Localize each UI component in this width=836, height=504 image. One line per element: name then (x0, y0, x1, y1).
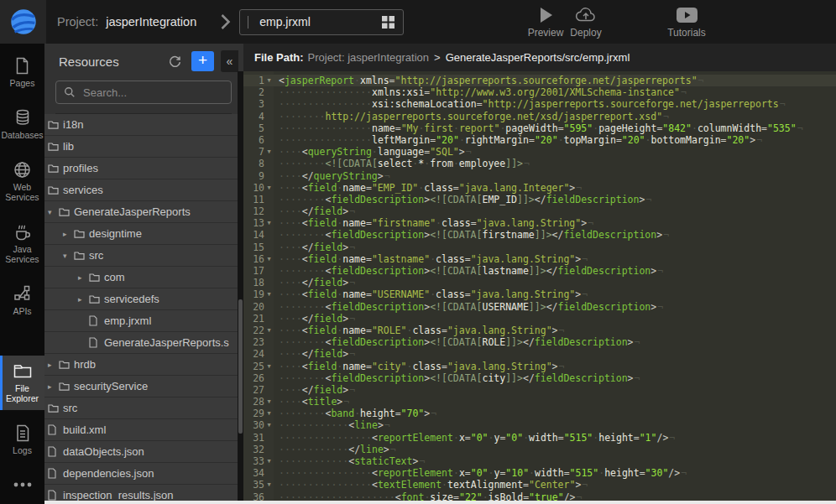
tree-item-build-xml[interactable]: build.xml (44, 419, 243, 441)
fold-caret-icon[interactable]: ▼ (264, 408, 274, 419)
tree-item-servicedefs[interactable]: ▸servicedefs (44, 288, 243, 310)
code-line[interactable]: 14········<fieldDescription><![CDATA[fir… (243, 229, 836, 241)
fold-caret-icon[interactable]: ▼ (264, 182, 274, 194)
tree-item-designtime[interactable]: ▸designtime (44, 223, 243, 245)
tree-item-services[interactable]: services (44, 179, 243, 201)
caret-down-icon[interactable]: ▾ (48, 208, 59, 216)
open-file-name: emp.jrxml (259, 15, 382, 29)
code-line[interactable]: 1▼<jasperReport·xmlns="http://jasperrepo… (243, 75, 836, 86)
tree-item-profiles[interactable]: profiles (44, 158, 243, 179)
sidebar-item-logs[interactable]: Logs (0, 418, 44, 462)
code-line[interactable]: 17········<fieldDescription><![CDATA[las… (243, 265, 836, 277)
sidebar-item-apis[interactable]: APIs (0, 278, 44, 323)
code-line[interactable]: 16▼····<field·name="lastname"·class="jav… (243, 253, 836, 265)
code-line[interactable]: 8········<![CDATA[select·*·from·employee… (243, 158, 836, 169)
tree-item-src[interactable]: src (44, 397, 243, 419)
caret-right-icon[interactable]: ▸ (78, 295, 89, 304)
code-line[interactable]: 34················<reportElement·x="0"·y… (243, 467, 836, 479)
caret-right-icon[interactable]: ▸ (48, 361, 59, 369)
fold-caret-icon[interactable]: ▼ (264, 253, 274, 265)
grid-icon[interactable] (382, 16, 394, 29)
fold-caret-icon[interactable]: ▼ (264, 217, 274, 229)
code-line[interactable]: 13▼····<field·name="firstname"·class="ja… (243, 217, 836, 229)
code-line[interactable]: 2················xmlns:xsi="http://www.w… (243, 86, 836, 98)
code-line[interactable]: 7▼····<queryString·language="SQL">¬ (243, 146, 836, 158)
tutorials-button[interactable]: Tutorials (666, 4, 707, 39)
fold-caret-icon[interactable]: ▼ (264, 325, 274, 336)
code-line[interactable]: 35▼················<textElement·textAlig… (243, 479, 836, 491)
sidebar-item-web-services[interactable]: Web Services (0, 154, 44, 209)
add-resource-button[interactable]: + (191, 51, 214, 71)
code-line[interactable]: 12····</field>¬ (243, 205, 836, 217)
code-line[interactable]: 6················leftMargin="20"·rightMa… (243, 134, 836, 146)
line-number: 2 (243, 86, 264, 98)
code-line[interactable]: 25▼····<field·name="city"·class="java.la… (243, 361, 836, 372)
tree-item-generatejasperreports-s[interactable]: ▸GenerateJasperReports.s (44, 332, 243, 354)
code-line[interactable]: 27····</field>¬ (243, 384, 836, 396)
code-line[interactable]: 9····</queryString>¬ (243, 170, 836, 182)
code-line[interactable]: 15····</field>¬ (243, 242, 836, 253)
caret-right-icon[interactable]: ▸ (63, 230, 74, 238)
sidebar-item-more[interactable] (0, 470, 44, 501)
fold-caret-icon[interactable]: ▼ (264, 361, 274, 372)
caret-right-icon[interactable]: ▸ (78, 273, 89, 282)
tree-item-lib[interactable]: lib (44, 136, 243, 158)
fold-caret-icon[interactable]: ▼ (264, 396, 274, 408)
collapse-panel-button[interactable]: « (221, 50, 238, 72)
deploy-icon (574, 4, 598, 26)
fold-caret-icon[interactable]: ▼ (264, 419, 274, 431)
tree-scrollbar[interactable] (238, 71, 243, 504)
deploy-button[interactable]: Deploy (566, 4, 606, 39)
tree-item-dataobjects-json[interactable]: dataObjects.json (44, 441, 243, 463)
code-line[interactable]: 24····</field>¬ (243, 348, 836, 360)
sidebar-item-pages[interactable]: Pages (0, 50, 44, 95)
code-line[interactable]: 20········<fieldDescription><![CDATA[USE… (243, 301, 836, 313)
code-line[interactable]: 33▼············<staticText>¬ (243, 455, 836, 467)
code-line[interactable]: 31················<reportElement·x="0"·y… (243, 432, 836, 444)
tree-item-com[interactable]: ▸com (44, 267, 243, 288)
refresh-button[interactable] (165, 51, 185, 71)
sidebar-item-file-explorer[interactable]: File Explorer (0, 356, 44, 410)
code-line[interactable]: 28▼····<title>¬ (243, 396, 836, 408)
tree-item-emp-jrxml[interactable]: ▸emp.jrxml (44, 310, 243, 332)
app-logo[interactable] (0, 0, 46, 44)
code-line[interactable]: 29▼········<band·height="70">¬ (243, 408, 836, 419)
tree-item-dependencies-json[interactable]: dependencies.json (44, 463, 243, 485)
code-line[interactable]: 4········http://jasperreports.sourceforg… (243, 111, 836, 122)
code-line[interactable]: 18····</field>¬ (243, 277, 836, 288)
code-line[interactable]: 22▼····<field·name="ROLE"·class="java.la… (243, 325, 836, 336)
fold-caret-icon[interactable]: ▼ (264, 146, 274, 158)
code-line[interactable]: 32············</line>¬ (243, 444, 836, 455)
code-line[interactable]: 10▼····<field·name="EMP_ID"·class="java.… (243, 182, 836, 194)
tree-item-generatejasperreports[interactable]: ▾GenerateJasperReports (44, 201, 243, 223)
caret-down-icon[interactable]: ▾ (63, 252, 74, 260)
code-line[interactable]: 21····</field>¬ (243, 313, 836, 325)
sidebar-item-databases[interactable]: Databases (0, 102, 44, 147)
code-line[interactable]: 11········<fieldDescription><![CDATA[EMP… (243, 194, 836, 205)
code-line[interactable]: 3················xsi:schemaLocation="htt… (243, 98, 836, 110)
fold-caret-icon[interactable]: ▼ (264, 479, 274, 491)
code-line[interactable]: 23········<fieldDescription><![CDATA[ROL… (243, 336, 836, 348)
tree-item-hrdb[interactable]: ▸hrdb (44, 354, 243, 376)
tree-item-i18n[interactable]: i18n (44, 114, 243, 136)
code-line[interactable]: 30▼············<line>¬ (243, 419, 836, 431)
tree-item-src[interactable]: ▾src (44, 245, 243, 267)
sidebar-item-java-services[interactable]: Java Services (0, 216, 44, 271)
search-box[interactable] (55, 81, 232, 104)
fold-caret-icon[interactable]: ▼ (264, 288, 274, 300)
line-number: 19 (243, 288, 264, 300)
code-line[interactable]: 26········<fieldDescription><![CDATA[cit… (243, 372, 836, 384)
caret-right-icon[interactable]: ▸ (48, 382, 59, 391)
tree-item-securityservice[interactable]: ▸securityService (44, 376, 243, 397)
search-input[interactable] (81, 86, 233, 100)
open-file-selector[interactable]: emp.jrxml (239, 9, 404, 35)
horizontal-scrollbar[interactable] (44, 501, 836, 504)
sidebar-item-label: Databases (1, 130, 43, 140)
code-editor[interactable]: 1▼<jasperReport·xmlns="http://jasperrepo… (243, 71, 836, 504)
fold-caret-icon[interactable]: ▼ (264, 75, 274, 86)
code-line[interactable]: 5················name="My·first·report"·… (243, 122, 836, 134)
tree-scrollbar-thumb[interactable] (238, 299, 243, 434)
preview-button[interactable]: Preview (525, 4, 566, 39)
code-line[interactable]: 19▼····<field·name="USERNAME"·class="jav… (243, 288, 836, 300)
fold-caret-icon[interactable]: ▼ (264, 455, 274, 467)
